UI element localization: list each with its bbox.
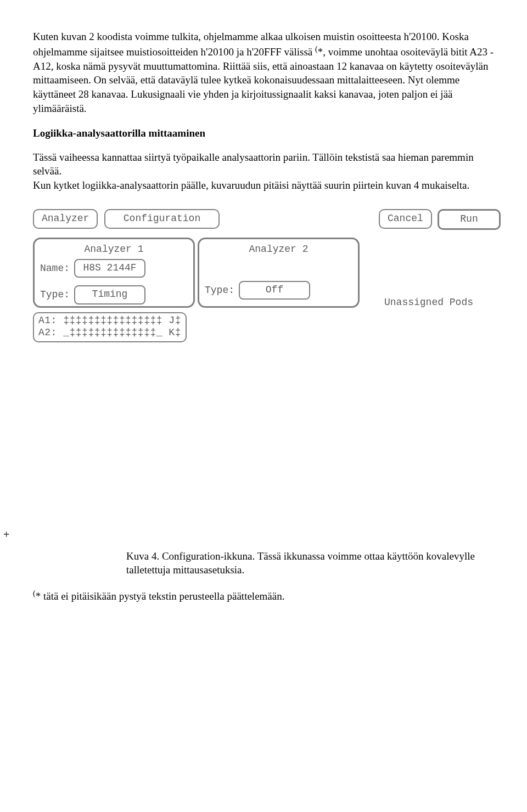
type-field-1[interactable]: Timing: [74, 285, 145, 304]
unassigned-pods-label: Unassigned Pods: [384, 296, 473, 309]
paragraph-3: Kun kytket logiikka-analysaattorin pääll…: [33, 178, 494, 193]
analyzer-button[interactable]: Analyzer: [33, 209, 98, 229]
name-label: Name:: [40, 262, 74, 275]
name-field[interactable]: H8S 2144F: [74, 259, 145, 278]
name-row: Name: H8S 2144F: [40, 259, 188, 278]
paragraph-1: Kuten kuvan 2 koodista voimme tulkita, o…: [33, 30, 494, 115]
cancel-button[interactable]: Cancel: [379, 209, 432, 229]
type-label-2: Type:: [205, 284, 239, 297]
type-field-2[interactable]: Off: [239, 281, 310, 300]
plus-marker: +: [3, 527, 9, 542]
analyzer-2-panel: Analyzer 2 Type: Off: [198, 238, 360, 308]
run-button[interactable]: Run: [438, 209, 501, 230]
footnote-text: * tätä ei pitäisikään pystyä tekstin per…: [36, 590, 285, 602]
figure-4: Analyzer Configuration Cancel Run Analyz…: [33, 209, 494, 363]
analyzer-1-panel: Analyzer 1 Name: H8S 2144F Type: Timing: [33, 238, 195, 308]
analyzer-1-title: Analyzer 1: [40, 243, 188, 256]
pods-line-a2: A2: _‡‡‡‡‡‡‡‡‡‡‡‡‡‡_ K‡: [38, 326, 181, 339]
analyzer-2-title: Analyzer 2: [205, 243, 352, 256]
pods-box[interactable]: A1: ‡‡‡‡‡‡‡‡‡‡‡‡‡‡‡‡ J‡ A2: _‡‡‡‡‡‡‡‡‡‡‡…: [33, 312, 187, 342]
section-heading: Logiikka-analysaattorilla mittaaminen: [33, 126, 494, 140]
type-label-1: Type:: [40, 288, 74, 301]
figure-4-caption: Kuva 4. Configuration-ikkuna. Tässä ikku…: [126, 549, 494, 577]
type-row-1: Type: Timing: [40, 285, 188, 304]
configuration-button[interactable]: Configuration: [104, 209, 220, 229]
paragraph-2: Tässä vaiheessa kannattaa siirtyä työpai…: [33, 150, 494, 178]
footnote: (* tätä ei pitäisikään pystyä tekstin pe…: [33, 588, 494, 604]
pods-line-a1: A1: ‡‡‡‡‡‡‡‡‡‡‡‡‡‡‡‡ J‡: [38, 314, 181, 327]
type-row-2: Type: Off: [205, 281, 352, 300]
figure-caption-block: + Kuva 4. Configuration-ikkuna. Tässä ik…: [33, 549, 494, 577]
